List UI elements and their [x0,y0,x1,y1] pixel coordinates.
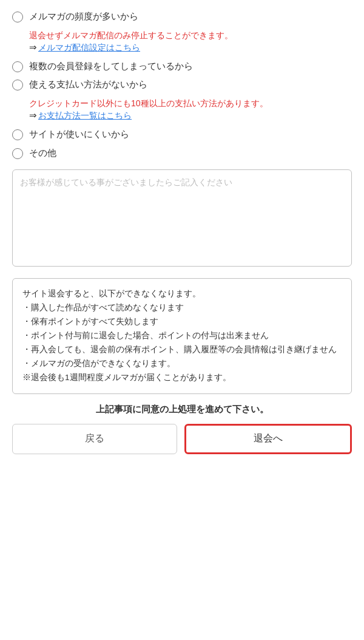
radio-option-3: 使える支払い方法がないから [12,78,352,92]
feedback-textarea[interactable] [12,169,352,267]
back-button[interactable]: 戻る [12,424,177,454]
hint-red-3: クレジットカード以外にも10種以上の支払い方法があります。 [29,97,352,110]
hint-block-3: クレジットカード以外にも10種以上の支払い方法があります。 ⇒お支払方法一覧はこ… [29,97,352,121]
radio-option-1: メルマガの頻度が多いから [12,10,352,24]
notice-box: サイト退会すると、以下ができなくなります。 ・購入した作品がすべて読めなくなりま… [12,278,352,394]
hint-block-1: 退会せずメルマガ配信のみ停止することができます。 ⇒メルマガ配信設定はこちら [29,29,352,53]
radio-input-1[interactable] [12,12,23,22]
hint-link-3[interactable]: お支払方法一覧はこちら [38,111,132,120]
radio-options-list: メルマガの頻度が多いから 退会せずメルマガ配信のみ停止することができます。 ⇒メ… [12,10,352,160]
radio-label-4[interactable]: サイトが使いにくいから [29,128,129,141]
notice-line-0: サイト退会すると、以下ができなくなります。 [22,287,342,301]
radio-input-2[interactable] [12,61,23,72]
hint-link-1[interactable]: メルマガ配信設定はこちら [38,43,140,52]
radio-option-5: その他 [12,146,352,160]
radio-label-3[interactable]: 使える支払い方法がないから [29,78,147,92]
agreement-text: 上記事項に同意の上処理を進めて下さい。 [12,404,352,415]
radio-option-4: サイトが使いにくいから [12,128,352,141]
radio-input-4[interactable] [12,129,23,140]
notice-line-2: ・保有ポイントがすべて失効します [22,315,342,329]
hint-arrow-3: ⇒ [29,110,37,120]
notice-line-4: ・再入会しても、退会前の保有ポイント、購入履歴等の会員情報は引き継げません [22,343,342,357]
hint-link-row-3: ⇒お支払方法一覧はこちら [29,110,352,121]
radio-label-1[interactable]: メルマガの頻度が多いから [29,10,138,24]
radio-label-5[interactable]: その他 [29,146,56,160]
radio-input-3[interactable] [12,80,23,90]
notice-line-1: ・購入した作品がすべて読めなくなります [22,301,342,315]
hint-red-1: 退会せずメルマガ配信のみ停止することができます。 [29,29,352,42]
notice-line-5: ・メルマガの受信ができなくなります。 [22,357,342,371]
withdraw-button[interactable]: 退会へ [184,424,352,454]
button-row: 戻る 退会へ [12,424,352,454]
radio-label-2[interactable]: 複数の会員登録をしてしまっているから [29,60,193,73]
radio-option-2: 複数の会員登録をしてしまっているから [12,60,352,73]
hint-arrow-1: ⇒ [29,42,37,52]
textarea-section [12,169,352,268]
radio-input-5[interactable] [12,148,23,159]
page-container: メルマガの頻度が多いから 退会せずメルマガ配信のみ停止することができます。 ⇒メ… [0,0,364,466]
notice-line-3: ・ポイント付与前に退会した場合、ポイントの付与は出来ません [22,329,342,343]
notice-line-6: ※退会後も1週間程度メルマガが届くことがあります。 [22,371,342,385]
hint-link-row-1: ⇒メルマガ配信設定はこちら [29,42,352,53]
